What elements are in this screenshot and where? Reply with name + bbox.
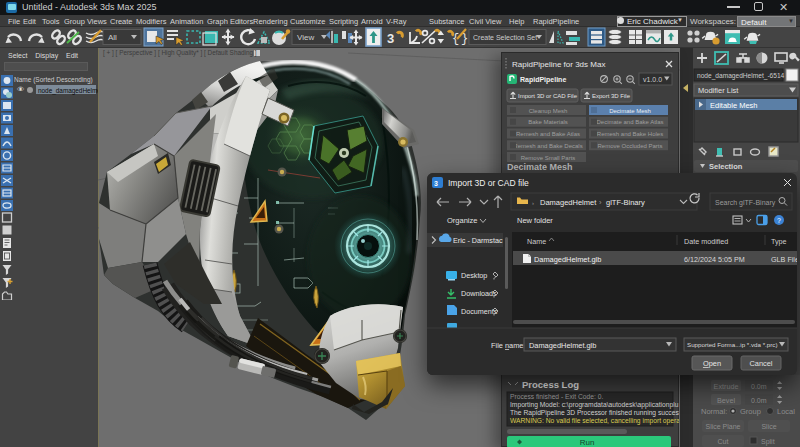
svg-text:Downloads: Downloads	[461, 289, 497, 298]
svg-text:The RapidPipeline 3D Processor: The RapidPipeline 3D Processor finished …	[510, 409, 679, 417]
svg-text:Decimate and Bake Atlas: Decimate and Bake Atlas	[596, 119, 663, 125]
svg-text:glTF-Binary: glTF-Binary	[606, 198, 645, 207]
svg-text:GLB File: GLB File	[771, 255, 797, 264]
svg-text:Slice Plane: Slice Plane	[705, 423, 740, 430]
svg-text:Eric - Darmstac: Eric - Darmstac	[453, 236, 503, 245]
svg-text:DamagedHelmet.glb: DamagedHelmet.glb	[534, 255, 601, 264]
svg-text:WARNING: No valid file selecte: WARNING: No valid file selected, cancell…	[510, 417, 679, 425]
svg-text:Bake Materials: Bake Materials	[528, 119, 568, 125]
svg-text:node_damagedHelmet_-6514: node_damagedHelmet_-6514	[697, 72, 785, 80]
svg-text:Normal:: Normal:	[701, 407, 727, 416]
svg-text:Create Selection Set: Create Selection Set	[473, 34, 537, 41]
svg-text:Cut: Cut	[718, 438, 729, 445]
svg-text:Remesh and Bake Holes: Remesh and Bake Holes	[597, 131, 663, 137]
svg-text:Run: Run	[580, 438, 595, 447]
svg-text:Group: Group	[740, 407, 761, 416]
svg-text:Open: Open	[703, 359, 721, 368]
svg-text:Slice: Slice	[761, 423, 776, 430]
svg-text:0.0m: 0.0m	[751, 383, 767, 390]
svg-text:Cancel: Cancel	[749, 359, 772, 368]
svg-text:Remesh and Bake Atlas: Remesh and Bake Atlas	[516, 131, 580, 137]
svg-text:6/12/2024 5:05 PM: 6/12/2024 5:05 PM	[684, 255, 745, 264]
svg-text:View: View	[297, 33, 314, 42]
svg-text:Import 3D or CAD file: Import 3D or CAD file	[448, 178, 529, 188]
svg-text:3: 3	[387, 31, 394, 46]
svg-text:Import 3D or CAD File: Import 3D or CAD File	[518, 93, 578, 99]
svg-text:Selection: Selection	[709, 162, 743, 171]
svg-text:Supported Forma...ip *.vda *.p: Supported Forma...ip *.vda *.prc)	[687, 341, 777, 348]
svg-text:Editable Mesh: Editable Mesh	[710, 101, 758, 110]
svg-text:Organize: Organize	[447, 216, 477, 225]
svg-text:Documents: Documents	[461, 307, 498, 316]
svg-text:Cleanup Mesh: Cleanup Mesh	[529, 108, 568, 114]
svg-text:Search glTF-Binary: Search glTF-Binary	[715, 199, 776, 207]
svg-text:Type: Type	[771, 237, 787, 246]
svg-text:3: 3	[434, 180, 438, 187]
svg-text:Split: Split	[761, 438, 775, 446]
svg-text:Remove Small Parts: Remove Small Parts	[521, 155, 576, 161]
svg-text:Process finished - Exit Code:: Process finished - Exit Code: 0.	[510, 393, 603, 400]
svg-text:v1.0.0: v1.0.0	[643, 76, 662, 83]
svg-text:?: ?	[777, 217, 781, 224]
svg-text:Process Log: Process Log	[522, 379, 579, 390]
svg-text:0.0m: 0.0m	[751, 397, 767, 404]
svg-text:New folder: New folder	[517, 216, 553, 225]
svg-text:Desktop: Desktop	[461, 271, 487, 280]
svg-text:Export 3D File: Export 3D File	[592, 93, 631, 99]
svg-text:Bevel: Bevel	[717, 396, 735, 405]
svg-text:DamagedHelmet.glb: DamagedHelmet.glb	[529, 341, 596, 350]
svg-text:DamagedHelmet: DamagedHelmet	[540, 198, 597, 207]
svg-text:Local: Local	[777, 407, 795, 416]
svg-text:Date modified: Date modified	[684, 237, 728, 246]
svg-text:›: ›	[532, 200, 534, 206]
svg-text:Importing Model: c:\programdat: Importing Model: c:\programdata\autodesk…	[510, 401, 679, 409]
svg-text:RapidPipeline for 3ds Max: RapidPipeline for 3ds Max	[512, 60, 605, 69]
svg-text:Decimate Mesh: Decimate Mesh	[609, 108, 651, 114]
svg-text:Modifier List: Modifier List	[698, 86, 739, 95]
svg-text:Decimate Mesh: Decimate Mesh	[507, 162, 573, 172]
svg-text:Remesh and Bake Decals: Remesh and Bake Decals	[513, 143, 582, 149]
svg-text:RapidPipeline: RapidPipeline	[520, 76, 566, 84]
svg-text:Remove Occluded Parts: Remove Occluded Parts	[597, 143, 662, 149]
svg-text:Extrude: Extrude	[714, 382, 739, 391]
svg-text:All: All	[108, 33, 117, 42]
svg-text:File name:: File name:	[491, 341, 526, 350]
svg-text:Name: Name	[527, 237, 546, 246]
